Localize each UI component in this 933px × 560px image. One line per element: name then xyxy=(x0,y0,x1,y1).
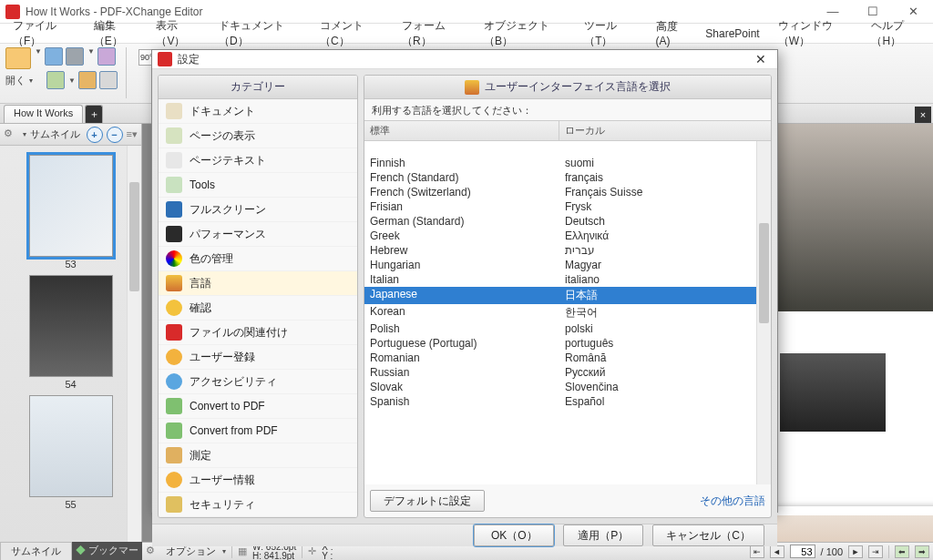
category-tools[interactable]: Tools xyxy=(159,173,357,198)
menu-tool[interactable]: ツール（T） xyxy=(577,16,644,51)
category-security[interactable]: セキュリティ xyxy=(159,493,357,517)
language-row[interactable]: French (Switzerland)Français Suisse xyxy=(364,185,771,199)
category-fullscreen[interactable]: フルスクリーン xyxy=(159,198,357,222)
thumbnail-page[interactable] xyxy=(29,275,113,377)
nav-next-button[interactable]: ► xyxy=(848,545,863,558)
sidebar-title: サムネイル xyxy=(30,127,83,141)
language-row[interactable]: German (Standard)Deutsch xyxy=(364,214,771,229)
zoom-in-button[interactable]: + xyxy=(87,127,103,143)
menu-file[interactable]: ファイル（F） xyxy=(5,16,83,51)
gear-icon[interactable]: ⚙ xyxy=(4,127,18,142)
category-language[interactable]: 言語 xyxy=(159,271,357,296)
menu-help[interactable]: ヘルプ（H） xyxy=(864,16,933,51)
crop-icon[interactable]: ▦ xyxy=(238,545,247,557)
menu-document[interactable]: ドキュメント（D） xyxy=(211,16,309,51)
category-registration[interactable]: ユーザー登録 xyxy=(159,345,357,370)
dropdown-icon[interactable]: ▾ xyxy=(23,130,26,138)
ok-button[interactable]: OK（O） xyxy=(474,524,554,546)
open-folder-icon[interactable] xyxy=(5,47,31,69)
language-row[interactable]: Polishpolski xyxy=(364,321,771,336)
other-languages-link[interactable]: その他の言語 xyxy=(700,494,765,509)
nav-forward-button[interactable]: ➡ xyxy=(915,545,929,558)
tab-document[interactable]: How It Works xyxy=(4,105,83,123)
menu-window[interactable]: ウィンドウ（W） xyxy=(771,16,861,51)
sidebar-tab-bookmarks[interactable]: ◆ ブックマーク xyxy=(72,542,142,560)
dropdown-icon[interactable]: ▼ xyxy=(87,47,95,69)
language-row[interactable]: Korean한국어 xyxy=(364,304,771,321)
nav-back-button[interactable]: ⬅ xyxy=(895,545,909,558)
category-list[interactable]: ドキュメント ページの表示 ページテキスト Tools フルスクリーン パフォー… xyxy=(159,99,357,517)
category-convert-to-pdf[interactable]: Convert to PDF xyxy=(159,394,357,419)
category-accessibility[interactable]: アクセシビリティ xyxy=(159,370,357,394)
mail-icon[interactable] xyxy=(97,47,116,66)
toolbar-separator xyxy=(126,47,127,98)
category-file-assoc[interactable]: ファイルの関連付け xyxy=(159,321,357,345)
category-confirm[interactable]: 確認 xyxy=(159,296,357,321)
language-row[interactable]: Finnishsuomi xyxy=(364,156,771,170)
thumbnail-number: 54 xyxy=(5,379,136,390)
status-option-label[interactable]: オプション xyxy=(166,545,216,558)
scan-icon[interactable] xyxy=(46,71,65,89)
nav-prev-button[interactable]: ◄ xyxy=(770,545,784,558)
menu-view[interactable]: 表示（V） xyxy=(149,16,208,51)
category-document[interactable]: ドキュメント xyxy=(159,99,357,124)
language-row[interactable]: Hebrewעברית xyxy=(364,243,771,258)
category-convert-from-pdf[interactable]: Convert from PDF xyxy=(159,419,357,443)
save-icon[interactable] xyxy=(45,47,63,66)
menu-edit[interactable]: 編集（E） xyxy=(87,16,146,51)
print-icon[interactable] xyxy=(66,47,84,66)
apply-button[interactable]: 適用（P） xyxy=(563,524,643,546)
menu-comment[interactable]: コメント（C） xyxy=(313,16,391,51)
language-table-header: 標準 ローカル xyxy=(364,120,771,141)
language-row[interactable]: FrisianFrysk xyxy=(364,199,771,214)
search-icon[interactable] xyxy=(99,71,118,89)
dropdown-icon[interactable]: ▼ xyxy=(35,47,42,69)
language-row[interactable]: Portuguese (Portugal)português xyxy=(364,336,771,351)
language-row[interactable]: SlovakSlovenčina xyxy=(364,380,771,394)
language-row[interactable]: Italianitaliano xyxy=(364,272,771,287)
sidebar-tab-thumbnails[interactable]: サムネイル xyxy=(0,542,72,560)
language-scrollbar[interactable] xyxy=(756,141,771,484)
language-list[interactable]: Finnishsuomi French (Standard)français F… xyxy=(364,141,771,484)
language-panel: ユーザーインターフェイス言語を選択 利用する言語を選択してください： 標準 ロー… xyxy=(364,75,772,518)
language-row[interactable]: SpanishEspañol xyxy=(364,394,771,409)
category-performance[interactable]: パフォーマンス xyxy=(159,222,357,247)
dropdown-icon[interactable]: ▾ xyxy=(222,547,226,555)
menu-form[interactable]: フォーム（R） xyxy=(395,16,473,51)
thumbnail-page[interactable] xyxy=(29,395,113,497)
default-button[interactable]: デフォルトに設定 xyxy=(370,490,485,512)
language-row[interactable]: RomanianRomână xyxy=(364,351,771,365)
sidebar-options-icon[interactable]: ≡▾ xyxy=(127,128,138,140)
sidebar-tabs: サムネイル ◆ ブックマーク xyxy=(0,542,142,560)
tab-close-button[interactable]: × xyxy=(915,107,931,123)
nav-last-button[interactable]: ⇥ xyxy=(868,545,883,558)
cancel-button[interactable]: キャンセル（C） xyxy=(652,524,764,546)
page-input[interactable] xyxy=(790,545,815,558)
menu-sharepoint[interactable]: SharePoint xyxy=(698,25,766,42)
language-row[interactable]: GreekΕλληνικά xyxy=(364,229,771,243)
language-row-selected[interactable]: Japanese日本語 xyxy=(364,287,771,304)
find-icon[interactable] xyxy=(78,71,97,89)
language-row[interactable]: French (Standard)français xyxy=(364,170,771,185)
category-measure[interactable]: 測定 xyxy=(159,443,357,468)
tab-add-button[interactable]: ＋ xyxy=(85,105,103,123)
language-row[interactable]: HungarianMagyar xyxy=(364,258,771,272)
zoom-out-button[interactable]: − xyxy=(107,127,123,143)
thumbnail-sidebar: ⚙ ▾ サムネイル + − ≡▾ 53 54 55 xyxy=(0,124,142,542)
dialog-close-button[interactable]: ✕ xyxy=(750,50,772,68)
menu-object[interactable]: オブジェクト（B） xyxy=(477,16,573,51)
menu-advanced[interactable]: 高度(A) xyxy=(649,17,695,49)
thumbnail-page[interactable] xyxy=(29,155,113,257)
col-standard[interactable]: 標準 xyxy=(364,121,559,140)
language-row[interactable]: RussianРусский xyxy=(364,365,771,380)
category-page-text[interactable]: ページテキスト xyxy=(159,148,357,173)
nav-first-button[interactable]: ⇤ xyxy=(750,545,764,558)
dropdown-icon[interactable]: ▼ xyxy=(68,76,76,85)
sidebar-scrollbar[interactable] xyxy=(127,146,141,542)
category-page-view[interactable]: ページの表示 xyxy=(159,124,357,148)
category-color[interactable]: 色の管理 xyxy=(159,247,357,271)
settings-dialog: 設定 ✕ カテゴリー ドキュメント ページの表示 ページテキスト Tools フ… xyxy=(151,49,778,513)
dropdown-icon[interactable]: ▾ xyxy=(29,76,33,85)
col-local[interactable]: ローカル xyxy=(559,121,610,140)
category-user-info[interactable]: ユーザー情報 xyxy=(159,468,357,493)
